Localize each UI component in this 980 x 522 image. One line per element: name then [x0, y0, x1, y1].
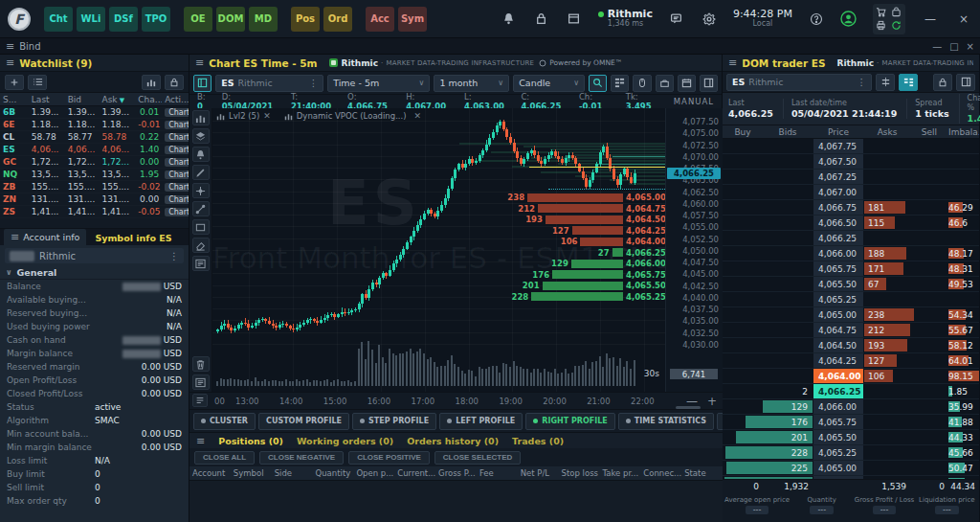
close-button[interactable]: × — [955, 12, 972, 26]
dom-price-cell[interactable]: 4,064.75 — [813, 476, 864, 479]
workspace-button-cht[interactable]: Cht — [44, 7, 73, 32]
watchlist-row-ZS[interactable]: ZS1,41...1,41...1,41...-0.05Chart — [0, 206, 189, 218]
cart-icon[interactable] — [875, 6, 888, 18]
dom-col-sell[interactable]: Sell — [910, 127, 948, 137]
workspace-button-tpo[interactable]: TPO — [142, 7, 170, 32]
positions-col-9[interactable]: Stop loss — [559, 468, 600, 478]
watchlist-row-CL[interactable]: CL58.7858.7758.780.22Chart — [0, 131, 189, 144]
workspace-button-pos[interactable]: Pos — [291, 7, 320, 32]
style-select[interactable]: Candle∨ — [513, 75, 585, 92]
panel-settings-icon[interactable] — [192, 374, 210, 390]
add-symbol-button[interactable] — [5, 75, 24, 90]
side-panel-icon[interactable] — [700, 75, 718, 92]
price-axis[interactable]: 4,077.504,075.004,072.504,070.004,067.50… — [665, 108, 723, 392]
positions-tab-2[interactable]: Orders history (0) — [407, 436, 499, 446]
positions-tab-0[interactable]: Positions (0) — [218, 436, 283, 446]
dom-price-cell[interactable]: 4,067.00 — [813, 185, 864, 199]
profile-tab-cluster[interactable]: CLUSTER — [193, 413, 256, 430]
positions-col-12[interactable]: State — [681, 468, 723, 478]
account-section-header[interactable]: ∨ General — [0, 266, 189, 280]
positions-col-2[interactable]: Side — [272, 468, 313, 478]
dom-row-21[interactable]: 2254,065.0050.47 — [723, 461, 979, 476]
dom-col-buy[interactable]: Buy — [723, 127, 763, 137]
dom-price-cell[interactable]: 4,066.75 — [813, 200, 864, 215]
dom-row-8[interactable]: 4,065.7517148.31 — [723, 261, 979, 277]
positions-col-1[interactable]: Symbol — [231, 468, 272, 478]
positions-menu-icon[interactable]: ≡ — [196, 435, 205, 447]
watchlist-row-ZB[interactable]: ZB155....155....155....-0.02Chart — [0, 181, 189, 193]
dom-price-cell[interactable]: 4,066.00 — [813, 399, 864, 414]
workspace-button-dsf[interactable]: DSf — [109, 7, 138, 32]
watchlist-row-6E[interactable]: 6E1.18...1.18...1.18...-0.01Chart — [0, 119, 189, 131]
watchlist-lock-icon[interactable] — [165, 75, 184, 90]
open-chart-button[interactable]: Chart — [165, 121, 189, 129]
dom-price-cell[interactable]: 4,064.75 — [813, 323, 864, 337]
dom-row-20[interactable]: 2284,065.2545.66 — [723, 445, 979, 461]
dom-panel-icon[interactable] — [956, 74, 975, 91]
dom-price-cell[interactable]: 4,066.00 — [813, 246, 864, 261]
dom-price-cell[interactable]: 4,065.50 — [813, 277, 864, 291]
dom-row-2[interactable]: 4,067.25 — [723, 170, 979, 185]
help-icon[interactable] — [808, 11, 825, 28]
watchlist-menu-icon[interactable]: ≡ — [6, 57, 14, 69]
dom-lock-icon[interactable] — [933, 74, 952, 91]
open-chart-button[interactable]: Chart — [165, 108, 189, 117]
draw-pencil-icon[interactable] — [192, 165, 210, 180]
positions-col-8[interactable]: Net P/L — [518, 468, 559, 478]
workspace-button-ord[interactable]: Ord — [323, 7, 352, 32]
workspace-button-md[interactable]: MD — [249, 7, 278, 32]
range-select[interactable]: 1 month∨ — [434, 75, 509, 92]
dom-row-1[interactable]: 4,067.50 — [723, 154, 979, 170]
watchlist-col-0[interactable]: S... — [0, 95, 29, 104]
profile-tab-time-statistics[interactable]: TIME STATISTICS — [618, 413, 714, 430]
open-chart-button[interactable]: Chart — [165, 183, 189, 192]
positions-col-0[interactable]: Account — [189, 468, 231, 478]
dom-price-cell[interactable]: 4,064.25 — [813, 353, 864, 368]
dom-row-14[interactable]: 4,064.2512764.01 — [723, 353, 979, 369]
dom-price-cell[interactable]: 4,065.25 — [813, 445, 864, 460]
workspace-button-oe[interactable]: OE — [184, 7, 212, 32]
watchlist-col-1[interactable]: Last — [29, 95, 65, 104]
minimize-button[interactable]: — — [921, 12, 940, 26]
dom-row-5[interactable]: 4,066.5011546.6 — [723, 216, 979, 231]
positions-tab-1[interactable]: Working orders (0) — [297, 436, 393, 446]
dom-row-9[interactable]: 4,065.506749.53 — [723, 277, 979, 292]
chart-type-icon[interactable] — [192, 110, 210, 125]
user-avatar[interactable] — [840, 11, 858, 28]
dom-col-bids[interactable]: Bids — [763, 127, 813, 137]
delete-drawings-icon[interactable] — [192, 356, 210, 372]
dom-row-19[interactable]: 2014,065.5044.33 — [723, 430, 979, 445]
layers-icon[interactable] — [192, 128, 210, 144]
orders-briefcase-icon[interactable] — [656, 75, 674, 92]
open-chart-button[interactable]: Chart — [165, 208, 189, 216]
positions-button-close-positive[interactable]: CLOSE POSITIVE — [348, 451, 430, 465]
dom-row-18[interactable]: 1764,065.7541.88 — [723, 415, 979, 430]
tab-symbol-info[interactable]: Symbol info ES — [88, 231, 178, 245]
dom-price-cell[interactable]: 4,066.25 — [813, 231, 864, 245]
ws-maximize-button[interactable]: □ — [949, 41, 958, 52]
positions-button-close-negative[interactable]: CLOSE NEGATIVE — [259, 451, 344, 465]
mouse-trading-icon[interactable] — [633, 75, 651, 92]
dom-price-cell[interactable]: 4,067.75 — [813, 139, 864, 153]
rectangle-tool-icon[interactable] — [192, 219, 210, 235]
chart-menu-icon[interactable]: ≡ — [195, 57, 204, 69]
magnifier-icon[interactable] — [589, 75, 607, 92]
time-axis[interactable]: —+ 0013:0014:0015:0016:0017:0018:0019:00… — [189, 392, 723, 409]
dom-row-11[interactable]: 4,065.0023854.34 — [723, 307, 979, 323]
positions-col-11[interactable]: Connec... — [640, 468, 681, 478]
sessions-calendar-icon[interactable] — [678, 75, 696, 92]
dom-price-cell[interactable]: 4,067.50 — [813, 154, 864, 169]
watchlist-row-6B[interactable]: 6B1.39...1.39...1.39...0.01Chart — [0, 106, 189, 119]
positions-col-5[interactable]: Current... — [394, 468, 435, 478]
positions-col-6[interactable]: Gross P... — [435, 468, 477, 478]
chart-symbol-select[interactable]: ES Rithmic ⋮ — [215, 75, 323, 92]
watchlist-col-2[interactable]: Bid — [65, 95, 100, 104]
dom-price-cell[interactable]: 4,065.75 — [813, 415, 864, 429]
chart-plot-area[interactable]: ES Front Month for ES - ESM1.CME Lvl2 (5… — [212, 108, 665, 392]
watchlist-row-ZN[interactable]: ZN131....131....131....0.00Chart — [0, 193, 189, 206]
dom-row-17[interactable]: 1294,066.0035.99 — [723, 399, 979, 415]
trend-line-icon[interactable] — [192, 201, 210, 216]
ws-close-button[interactable]: × — [967, 41, 974, 52]
dom-row-7[interactable]: 4,066.0018848.17 — [723, 246, 979, 261]
cluster-view-icon[interactable] — [611, 75, 629, 92]
